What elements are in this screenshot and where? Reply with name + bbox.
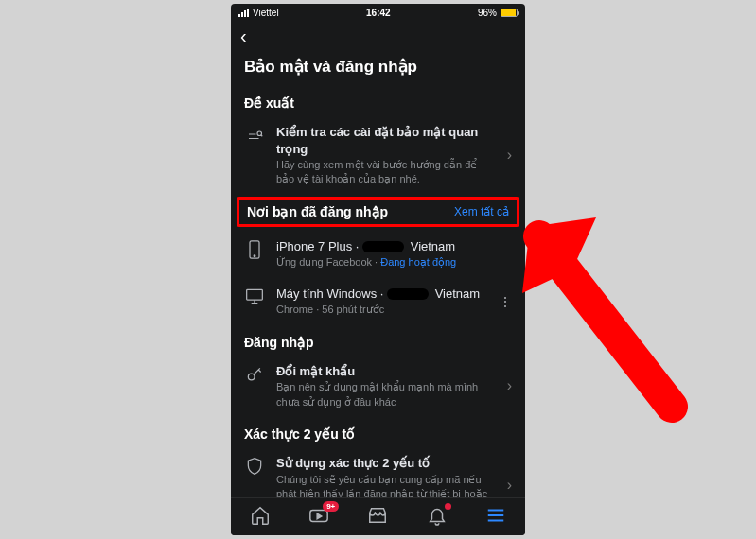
security-checkup-title: Kiểm tra các cài đặt bảo mật quan trọng: [276, 125, 478, 156]
change-password-row[interactable]: Đổi mật khẩu Bạn nên sử dụng mật khẩu mạ…: [231, 356, 525, 417]
change-password-title: Đổi mật khẩu: [276, 364, 355, 378]
session-device: iPhone 7 Plus: [276, 239, 352, 253]
redacted-text: [387, 288, 429, 300]
more-icon[interactable]: ⋮: [499, 295, 512, 308]
section-twofa: Xác thực 2 yếu tố: [231, 417, 525, 447]
session-location: Vietnam: [411, 239, 455, 253]
status-bar: Viettel 16:42 96%: [231, 4, 525, 20]
page-title: Bảo mật và đăng nhập: [231, 51, 525, 86]
desktop-icon: [244, 286, 265, 304]
clock: 16:42: [366, 8, 391, 18]
nav-menu[interactable]: [485, 505, 506, 530]
shield-icon: [244, 455, 265, 476]
bottom-nav: 9+: [231, 497, 525, 535]
session-status: 56 phút trước: [322, 304, 384, 315]
redacted-text: [362, 241, 404, 252]
phone-icon: [244, 238, 265, 259]
chevron-right-icon: ›: [507, 377, 512, 394]
annotation-arrow: [520, 123, 729, 426]
svg-rect-3: [247, 289, 263, 300]
logged-in-title: Nơi bạn đã đăng nhập: [247, 204, 388, 219]
carrier-label: Viettel: [253, 8, 279, 18]
session-status: Đang hoạt động: [380, 256, 456, 268]
nav-watch[interactable]: 9+: [308, 505, 329, 530]
security-checkup-row[interactable]: Kiểm tra các cài đặt bảo mật quan trọng …: [231, 116, 525, 195]
chevron-right-icon: ›: [507, 147, 512, 164]
battery-icon: [501, 9, 518, 17]
session-device: Máy tính Windows: [276, 287, 377, 301]
session-location: Vietnam: [435, 287, 480, 301]
security-checkup-sub: Hãy cùng xem một vài bước hướng dẫn để b…: [276, 158, 496, 187]
key-icon: [244, 363, 265, 384]
section-recommended: Đề xuất: [231, 86, 525, 116]
change-password-sub: Bạn nên sử dụng mật khẩu mạnh mà mình ch…: [276, 380, 496, 409]
svg-point-4: [248, 374, 255, 380]
session-row-windows[interactable]: Máy tính Windows · Vietnam Chrome · 56 p…: [231, 278, 525, 325]
session-row-iphone[interactable]: iPhone 7 Plus · Vietnam Ứng dụng Faceboo…: [231, 231, 525, 278]
watch-badge: 9+: [323, 501, 339, 512]
chevron-right-icon: ›: [507, 477, 512, 494]
svg-point-2: [254, 255, 255, 257]
signal-icon: [238, 9, 249, 17]
notif-dot: [445, 503, 451, 510]
shield-search-icon: [244, 124, 265, 143]
see-all-link[interactable]: Xem tất cả: [454, 205, 509, 218]
session-app: Ứng dụng Facebook: [276, 256, 372, 268]
nav-home[interactable]: [250, 505, 271, 530]
section-login: Đăng nhập: [231, 325, 525, 356]
nav-marketplace[interactable]: [367, 505, 388, 530]
twofa-title: Sử dụng xác thực 2 yếu tố: [276, 456, 430, 470]
session-app: Chrome: [276, 304, 313, 315]
battery-pct: 96%: [478, 8, 497, 18]
nav-notifications[interactable]: [427, 505, 448, 530]
phone-frame: Viettel 16:42 96% ‹ Bảo mật và đăng nhập…: [231, 4, 525, 535]
back-button[interactable]: ‹: [240, 26, 247, 46]
section-logged-in-header[interactable]: Nơi bạn đã đăng nhập Xem tất cả: [237, 197, 519, 227]
